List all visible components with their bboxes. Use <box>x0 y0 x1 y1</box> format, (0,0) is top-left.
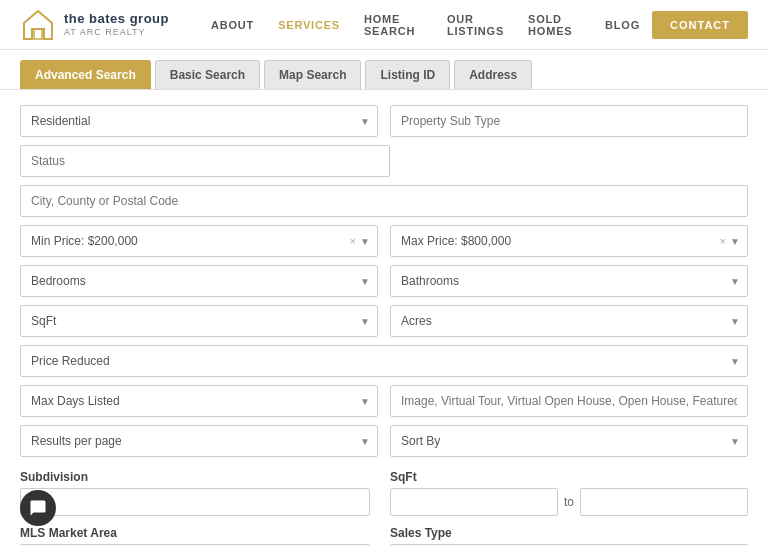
nav-blog[interactable]: BLOG <box>593 0 652 50</box>
sqft-range-section: SqFt to <box>390 470 748 516</box>
sort-by-select[interactable]: Sort By <box>390 425 748 457</box>
mls-label: MLS Market Area <box>20 526 370 540</box>
acres-select-wrapper: Acres ▼ <box>390 305 748 337</box>
min-price-select[interactable]: Min Price: $200,000 <box>20 225 378 257</box>
nav-links: ABOUT SERVICES HOME SEARCH OUR LISTINGS … <box>199 0 652 50</box>
bathrooms-select[interactable]: Bathrooms <box>390 265 748 297</box>
sort-by-wrapper: Sort By ▼ <box>390 425 748 457</box>
max-price-clear[interactable]: × <box>720 235 726 247</box>
bottom-fields: Subdivision MLS Market Area Elementary S… <box>20 465 748 546</box>
tab-map[interactable]: Map Search <box>264 60 361 89</box>
tab-basic[interactable]: Basic Search <box>155 60 260 89</box>
tab-advanced[interactable]: Advanced Search <box>20 60 151 89</box>
bedrooms-wrapper: Bedrooms ▼ <box>20 265 378 297</box>
search-tabs: Advanced Search Basic Search Map Search … <box>0 50 768 90</box>
bedrooms-select[interactable]: Bedrooms <box>20 265 378 297</box>
sqft-select-wrapper: SqFt ▼ <box>20 305 378 337</box>
sales-type-section: Sales Type <box>390 526 748 546</box>
mls-section: MLS Market Area <box>20 526 370 546</box>
nav-sold-homes[interactable]: SOLD HOMES <box>516 0 593 50</box>
max-price-wrapper: Max Price: $800,000 × ▼ <box>390 225 748 257</box>
sales-type-label: Sales Type <box>390 526 748 540</box>
navbar: the bates group AT ARC REALTY ABOUT SERV… <box>0 0 768 50</box>
results-per-page-wrapper: Results per page ▼ <box>20 425 378 457</box>
location-input[interactable] <box>20 185 748 217</box>
brand-name: the bates group <box>64 11 169 27</box>
acres-select[interactable]: Acres <box>390 305 748 337</box>
price-reduced-select[interactable]: Price Reduced <box>20 345 748 377</box>
svg-marker-0 <box>24 11 52 39</box>
chat-icon <box>29 499 47 517</box>
svg-rect-1 <box>34 29 42 39</box>
max-days-wrapper: Max Days Listed ▼ <box>20 385 378 417</box>
max-price-select[interactable]: Max Price: $800,000 <box>390 225 748 257</box>
sqft-range-label: SqFt <box>390 470 748 484</box>
min-price-clear[interactable]: × <box>350 235 356 247</box>
tab-address[interactable]: Address <box>454 60 532 89</box>
nav-services[interactable]: SERVICES <box>266 0 352 50</box>
sqft-min-input[interactable] <box>390 488 558 516</box>
subdivision-label: Subdivision <box>20 470 370 484</box>
subdivision-input[interactable] <box>20 488 370 516</box>
left-bottom: Subdivision MLS Market Area Elementary S… <box>20 470 370 546</box>
status-input[interactable] <box>20 145 390 177</box>
search-form: Residential ▼ Min Price: $2 <box>0 90 768 546</box>
max-days-select[interactable]: Max Days Listed <box>20 385 378 417</box>
property-type-select[interactable]: Residential <box>20 105 378 137</box>
sqft-range-row: to <box>390 488 748 516</box>
sqft-select[interactable]: SqFt <box>20 305 378 337</box>
logo[interactable]: the bates group AT ARC REALTY <box>20 7 169 43</box>
contact-button[interactable]: CONTACT <box>652 11 748 39</box>
logo-icon <box>20 7 56 43</box>
status-wrapper <box>20 145 390 177</box>
bathrooms-wrapper: Bathrooms ▼ <box>390 265 748 297</box>
nav-our-listings[interactable]: OUR LISTINGS <box>435 0 516 50</box>
nav-about[interactable]: ABOUT <box>199 0 266 50</box>
results-per-page-select[interactable]: Results per page <box>20 425 378 457</box>
features-input[interactable] <box>390 385 748 417</box>
price-reduced-wrapper: Price Reduced ▼ <box>20 345 748 377</box>
sqft-to: to <box>564 495 574 509</box>
sqft-max-input[interactable] <box>580 488 748 516</box>
subdivision-section: Subdivision <box>20 470 370 516</box>
right-bottom: SqFt to Sales Type Acres to <box>390 470 748 546</box>
brand-subtitle: AT ARC REALTY <box>64 27 169 38</box>
min-price-wrapper: Min Price: $200,000 × ▼ <box>20 225 378 257</box>
property-type-wrapper: Residential ▼ <box>20 105 378 137</box>
nav-home-search[interactable]: HOME SEARCH <box>352 0 435 50</box>
tab-listing-id[interactable]: Listing ID <box>365 60 450 89</box>
chat-button[interactable] <box>20 490 56 526</box>
property-subtype-wrapper <box>390 105 748 137</box>
property-subtype-input[interactable] <box>390 105 748 137</box>
